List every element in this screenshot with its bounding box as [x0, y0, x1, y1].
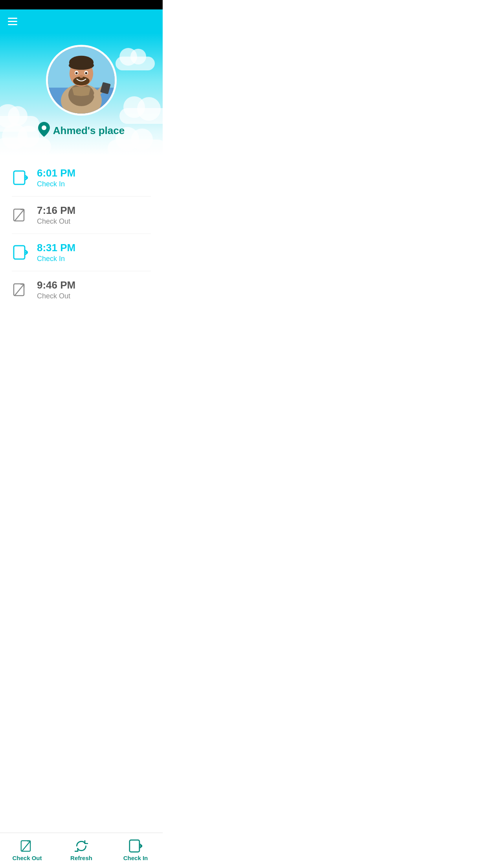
log-details-4: 9:46 PM Check Out [37, 279, 75, 300]
log-time-1: 6:01 PM [37, 167, 75, 179]
svg-point-12 [85, 72, 87, 74]
log-label-1: Check In [37, 180, 75, 188]
log-section: 6:01 PM Check In 7:16 PM Check Out [0, 155, 163, 348]
menu-button[interactable] [8, 18, 17, 25]
hero-section: Ahmed's place [0, 33, 163, 155]
place-name-text: Ahmed's place [53, 125, 125, 137]
svg-point-11 [75, 72, 78, 74]
log-details-1: 6:01 PM Check In [37, 167, 75, 188]
place-name-container: Ahmed's place [38, 122, 125, 140]
cloud-decoration [0, 138, 51, 155]
log-entry-2: 7:16 PM Check Out [0, 197, 163, 234]
header [0, 9, 163, 33]
log-details-2: 7:16 PM Check Out [37, 204, 75, 226]
log-label-4: Check Out [37, 292, 75, 300]
log-time-2: 7:16 PM [37, 204, 75, 217]
checkin-icon [12, 169, 29, 186]
svg-point-7 [69, 61, 94, 70]
log-time-3: 8:31 PM [37, 242, 75, 254]
log-label-3: Check In [37, 255, 75, 263]
avatar [46, 45, 117, 116]
log-details-3: 8:31 PM Check In [37, 242, 75, 263]
checkout-icon-1 [12, 206, 29, 224]
cloud-decoration [119, 108, 163, 124]
log-entry-4: 9:46 PM Check Out [0, 271, 163, 308]
status-bar [0, 0, 163, 9]
svg-point-16 [42, 125, 46, 130]
svg-line-24 [15, 284, 24, 295]
cloud-decoration [116, 57, 155, 70]
svg-rect-21 [14, 246, 25, 259]
cloud-decoration [108, 140, 163, 155]
log-entry-1: 6:01 PM Check In [0, 159, 163, 196]
location-pin-icon [38, 122, 50, 140]
log-label-2: Check Out [37, 217, 75, 226]
svg-line-20 [15, 210, 24, 221]
log-time-4: 9:46 PM [37, 279, 75, 291]
svg-rect-17 [14, 171, 25, 184]
checkout-icon-2 [12, 281, 29, 298]
checkin-icon-2 [12, 244, 29, 261]
svg-point-13 [79, 75, 83, 78]
log-entry-3: 8:31 PM Check In [0, 234, 163, 271]
